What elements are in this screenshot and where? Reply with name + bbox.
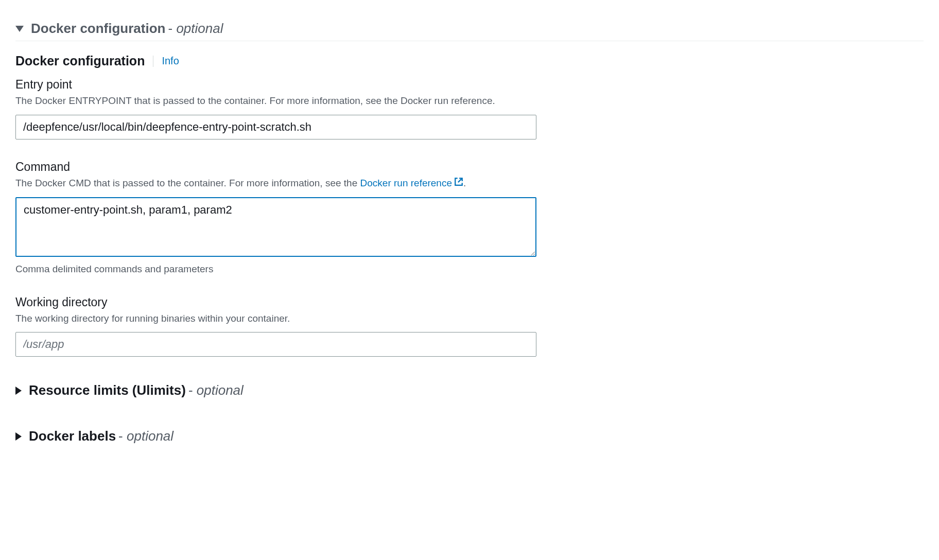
command-desc-prefix: The Docker CMD that is passed to the con… (15, 178, 360, 188)
field-working-directory: Working directory The working directory … (15, 295, 924, 357)
caret-right-icon (15, 432, 22, 441)
section-title-text: Resource limits (Ulimits) - optional (29, 382, 244, 398)
docker-run-reference-link[interactable]: Docker run reference (360, 178, 463, 188)
command-textarea[interactable] (15, 197, 536, 257)
section-title-text: Docker labels - optional (29, 428, 173, 444)
field-desc-working-dir: The working directory for running binari… (15, 311, 924, 326)
field-desc-command: The Docker CMD that is passed to the con… (15, 176, 924, 191)
optional-label: optional (127, 428, 173, 444)
section-title-text: Docker configuration - optional (31, 21, 223, 37)
section-title-label: Docker configuration (31, 21, 165, 36)
field-desc-entry-point: The Docker ENTRYPOINT that is passed to … (15, 94, 924, 109)
optional-label: optional (197, 382, 244, 398)
entry-point-input[interactable] (15, 115, 536, 139)
caret-down-icon (15, 26, 24, 32)
caret-right-icon (15, 387, 22, 395)
section-title-label: Resource limits (Ulimits) (29, 382, 186, 398)
divider (153, 56, 153, 67)
subsection-title-row: Docker configuration Info (15, 54, 924, 68)
field-entry-point: Entry point The Docker ENTRYPOINT that i… (15, 78, 924, 139)
info-link[interactable]: Info (162, 55, 179, 67)
working-directory-input[interactable] (15, 332, 536, 357)
field-command: Command The Docker CMD that is passed to… (15, 160, 924, 275)
field-label-entry-point: Entry point (15, 78, 924, 92)
command-desc-suffix: . (463, 178, 466, 188)
external-link-icon (454, 176, 463, 191)
subsection-title: Docker configuration (15, 54, 145, 68)
section-title-label: Docker labels (29, 428, 116, 444)
optional-label: optional (176, 21, 223, 36)
section-header-docker-config[interactable]: Docker configuration - optional (15, 21, 924, 41)
section-header-resource-limits[interactable]: Resource limits (Ulimits) - optional (15, 382, 924, 402)
field-label-command: Command (15, 160, 924, 174)
field-label-working-dir: Working directory (15, 295, 924, 309)
section-header-docker-labels[interactable]: Docker labels - optional (15, 428, 924, 448)
command-helper: Comma delimited commands and parameters (15, 264, 924, 275)
